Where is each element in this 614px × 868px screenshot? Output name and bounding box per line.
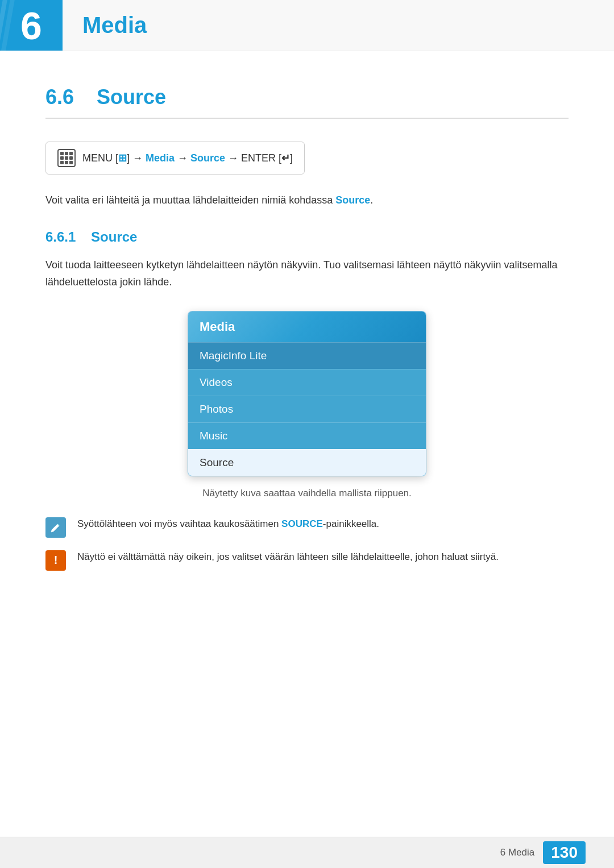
subsection-title: Source xyxy=(91,229,137,244)
page-header: 6 Media xyxy=(0,0,614,51)
intro-source-bold: Source xyxy=(335,194,370,206)
menu-bracket-icon: ⊞ xyxy=(118,152,127,164)
menu-grid-icon xyxy=(60,152,73,164)
menu-cell xyxy=(65,152,68,155)
note-pencil-after: -painikkeella. xyxy=(323,518,379,529)
menu-screenshot: Media MagicInfo Lite Videos Photos Music… xyxy=(188,311,426,476)
screenshot-item-music: Music xyxy=(188,422,426,449)
menu-media-label: Media xyxy=(146,152,175,164)
screenshot-caption: Näytetty kuva saattaa vaihdella mallista… xyxy=(45,488,569,499)
screenshot-title: Media xyxy=(188,312,426,342)
chapter-number-box: 6 xyxy=(0,0,63,51)
note-source-bold: SOURCE xyxy=(281,518,323,529)
menu-cell xyxy=(60,152,64,155)
pencil-svg xyxy=(50,522,61,533)
subsection-body: Voit tuoda laitteeseen kytketyn lähdelai… xyxy=(45,256,569,291)
menu-cell xyxy=(69,161,73,164)
chapter-title: Media xyxy=(82,13,147,38)
intro-text: Voit valita eri lähteitä ja muuttaa lähd… xyxy=(45,194,333,206)
menu-cell xyxy=(60,161,64,164)
section-number: 6.6 xyxy=(45,85,74,109)
pencil-icon xyxy=(45,517,66,538)
menu-cell xyxy=(60,156,64,160)
subsection-number: 6.6.1 xyxy=(45,229,76,244)
note-pencil: Syöttölähteen voi myös vaihtaa kaukosäät… xyxy=(45,516,569,538)
menu-cell xyxy=(69,156,73,160)
note-pencil-before: Syöttölähteen voi myös vaihtaa kaukosäät… xyxy=(77,518,281,529)
warning-icon: ! xyxy=(45,550,66,571)
main-content: 6.6 Source MENU [⊞] → Media → Source → E… xyxy=(0,51,614,628)
enter-bracket-icon: ↵ xyxy=(281,152,290,164)
menu-path-text: MENU [⊞] → Media → Source → ENTER [↵] xyxy=(82,152,293,164)
menu-path-box: MENU [⊞] → Media → Source → ENTER [↵] xyxy=(45,142,305,175)
intro-paragraph: Voit valita eri lähteitä ja muuttaa lähd… xyxy=(45,192,569,209)
chapter-number: 6 xyxy=(20,6,42,45)
screenshot-item-magicinfo: MagicInfo Lite xyxy=(188,342,426,369)
menu-cell xyxy=(65,161,68,164)
warning-symbol: ! xyxy=(54,554,58,567)
screenshot-item-videos: Videos xyxy=(188,369,426,396)
note-warning-text: Näyttö ei välttämättä näy oikein, jos va… xyxy=(77,549,569,566)
note-pencil-text: Syöttölähteen voi myös vaihtaa kaukosäät… xyxy=(77,516,569,533)
footer-text: 6 Media xyxy=(500,847,534,858)
screenshot-item-photos: Photos xyxy=(188,396,426,422)
chapter-title-area: Media xyxy=(63,0,147,51)
subsection-heading: 6.6.1 Source xyxy=(45,229,569,245)
page-number: 130 xyxy=(543,841,586,864)
intro-period: . xyxy=(370,194,373,206)
section-title: Source xyxy=(97,85,166,109)
menu-icon xyxy=(57,149,76,167)
note-warning: ! Näyttö ei välttämättä näy oikein, jos … xyxy=(45,549,569,571)
menu-cell xyxy=(65,156,68,160)
menu-source-label: Source xyxy=(190,152,225,164)
page-footer: 6 Media 130 xyxy=(0,837,614,868)
menu-cell xyxy=(69,152,73,155)
section-heading: 6.6 Source xyxy=(45,85,569,119)
screenshot-item-source: Source xyxy=(188,449,426,476)
